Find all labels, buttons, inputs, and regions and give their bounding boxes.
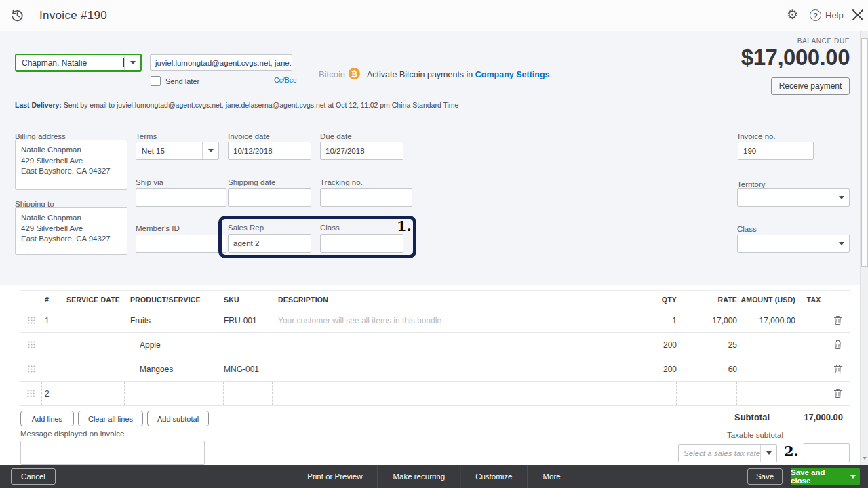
billing-address-field[interactable]: Natalie Chapman 429 Silverbell Ave East … <box>15 140 127 190</box>
qty-cell[interactable] <box>633 382 677 405</box>
sku-cell[interactable] <box>224 382 273 405</box>
vertical-scrollbar[interactable] <box>860 31 868 465</box>
trash-icon[interactable] <box>825 340 850 350</box>
sales-rep-input[interactable]: agent 2 <box>228 234 311 253</box>
chevron-down-icon <box>208 149 214 152</box>
clear-all-lines-button[interactable]: Clear all lines <box>78 411 143 426</box>
product-cell[interactable]: Mangoes <box>125 365 224 374</box>
drag-handle-icon[interactable] <box>20 365 42 373</box>
gear-icon[interactable]: ⚙ <box>787 7 798 22</box>
make-recurring-button[interactable]: Make recurring <box>378 465 460 488</box>
invoice-date-input[interactable]: 10/12/2018 <box>228 142 311 160</box>
col-num: # <box>42 296 62 304</box>
customize-button[interactable]: Customize <box>460 465 527 488</box>
balance-due-label: BALANCE DUE <box>797 37 850 45</box>
ccbcc-link[interactable]: Cc/Bcc <box>274 76 296 84</box>
qty-cell[interactable]: 200 <box>633 365 677 374</box>
company-settings-link[interactable]: Company Settings <box>475 70 550 79</box>
tracking-no-input[interactable] <box>320 188 412 207</box>
save-and-close-button[interactable]: Save and close <box>791 468 860 485</box>
qty-cell[interactable]: 200 <box>633 340 677 350</box>
invoice-no-input[interactable]: 190 <box>738 142 814 160</box>
save-options-caret[interactable] <box>846 468 860 485</box>
shipping-to-field[interactable]: Natalie Chapman 429 Silverbell Ave East … <box>15 207 127 255</box>
print-or-preview-button[interactable]: Print or Preview <box>292 465 377 488</box>
members-id-input[interactable] <box>136 235 226 253</box>
message-label: Message displayed on invoice <box>20 430 124 438</box>
sku-cell[interactable]: MNG-001 <box>224 365 273 374</box>
drag-handle-icon[interactable] <box>20 317 42 324</box>
service-date-cell[interactable] <box>62 382 125 405</box>
history-icon[interactable] <box>9 7 25 26</box>
message-textarea[interactable] <box>20 441 205 465</box>
col-service-date: SERVICE DATE <box>62 296 125 304</box>
product-cell[interactable]: Fruits <box>125 316 224 325</box>
page-title: Invoice #190 <box>39 9 107 22</box>
rate-cell[interactable]: 17,000 <box>677 316 737 325</box>
rate-cell[interactable]: 60 <box>677 365 737 374</box>
sales-rep-label: Sales Rep <box>228 224 264 232</box>
territory-select[interactable] <box>737 188 850 207</box>
more-button[interactable]: More <box>528 465 576 488</box>
col-tax: TAX <box>795 296 825 304</box>
tax-amount-input[interactable] <box>804 443 850 462</box>
ship-via-label: Ship via <box>136 178 163 186</box>
save-button[interactable]: Save <box>747 468 783 485</box>
add-subtotal-button[interactable]: Add subtotal <box>147 411 209 426</box>
due-date-input[interactable]: 10/27/2018 <box>320 142 403 160</box>
help-label[interactable]: Help <box>825 10 844 20</box>
rate-cell[interactable]: 25 <box>677 340 737 350</box>
send-later-label: Send later <box>165 77 199 85</box>
class-right-select[interactable] <box>737 235 850 253</box>
due-date-label: Due date <box>320 132 352 140</box>
chevron-down-icon <box>130 61 136 64</box>
drag-handle-icon[interactable] <box>20 382 42 405</box>
email-input[interactable]: juviel.lumongtad@agent.cvgs.net, jane.de… <box>150 54 292 71</box>
bitcoin-message: Activate Bitcoin payments in Company Set… <box>367 70 552 79</box>
tax-cell[interactable] <box>795 382 825 405</box>
customer-caret[interactable] <box>124 55 140 70</box>
receive-payment-button[interactable]: Receive payment <box>771 77 850 95</box>
shipping-date-label: Shipping date <box>228 178 275 186</box>
terms-select[interactable]: Net 15 <box>136 142 219 160</box>
members-id-label: Member's ID <box>136 224 180 232</box>
description-cell[interactable]: Your customer will see all items in this… <box>273 316 633 325</box>
amount-cell[interactable]: 17,000.00 <box>737 316 795 325</box>
product-cell[interactable] <box>125 382 224 405</box>
send-later-checkbox[interactable] <box>151 76 161 86</box>
line-items-table: # SERVICE DATE PRODUCT/SERVICE SKU DESCR… <box>20 290 850 406</box>
product-cell[interactable]: Apple <box>125 340 224 350</box>
rate-cell[interactable] <box>677 382 737 405</box>
help-icon[interactable]: ? <box>810 9 821 21</box>
annotation-step-2: 2. <box>784 443 799 460</box>
scrollbar-down-arrow[interactable] <box>863 457 867 460</box>
table-row: Apple 200 25 <box>20 333 850 357</box>
tax-rate-placeholder: Select a sales tax rate <box>684 449 760 458</box>
sales-tax-rate-select[interactable]: Select a sales tax rate <box>678 444 777 462</box>
trash-icon[interactable] <box>825 315 850 325</box>
add-lines-button[interactable]: Add lines <box>20 411 74 426</box>
chevron-down-icon <box>850 475 856 479</box>
cancel-button[interactable]: Cancel <box>11 468 56 485</box>
qty-cell[interactable]: 1 <box>633 316 677 325</box>
description-cell[interactable] <box>273 382 633 405</box>
col-rate: RATE <box>677 296 737 304</box>
subtotal-value: 17,000.00 <box>775 412 843 422</box>
ship-via-input[interactable] <box>136 188 226 207</box>
footer-actions: Print or Preview Make recurring Customiz… <box>292 465 575 488</box>
close-icon[interactable] <box>852 9 864 24</box>
trash-icon[interactable] <box>825 364 850 374</box>
class-input[interactable] <box>320 234 403 253</box>
col-amount: AMOUNT (USD) <box>737 296 795 304</box>
bitcoin-label: Bitcoin <box>319 69 345 79</box>
scrollbar-thumb[interactable] <box>861 38 868 267</box>
sku-cell[interactable]: FRU-001 <box>224 316 273 325</box>
shipping-date-input[interactable] <box>228 188 311 207</box>
trash-icon[interactable] <box>825 388 850 399</box>
amount-cell[interactable] <box>737 382 795 405</box>
table-row: 1 Fruits FRU-001 Your customer will see … <box>20 308 850 333</box>
drag-handle-icon[interactable] <box>20 341 42 348</box>
customer-select[interactable]: Chapman, Natalie <box>15 54 142 72</box>
col-qty: QTY <box>633 296 677 304</box>
subtotal-label: Subtotal <box>685 412 770 422</box>
